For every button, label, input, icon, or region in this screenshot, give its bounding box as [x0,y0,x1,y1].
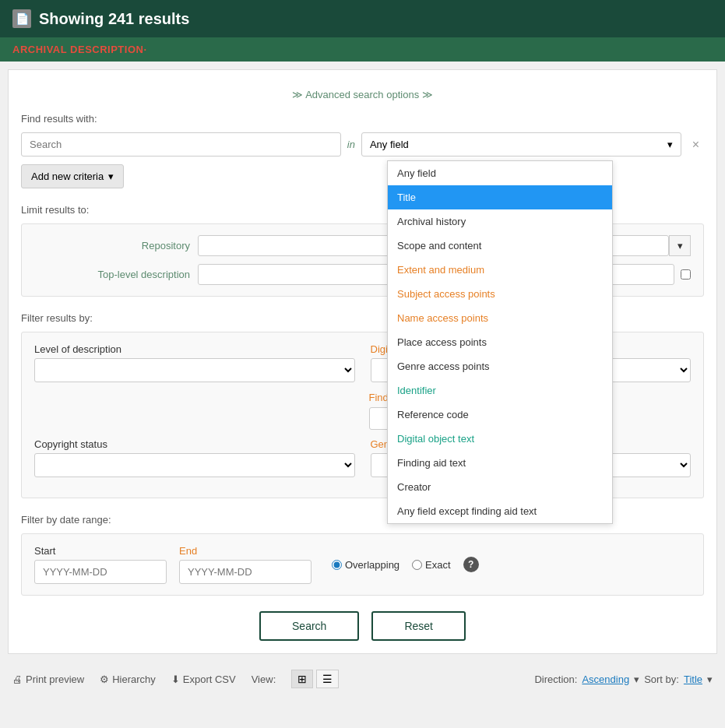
copyright-label: Copyright status [34,438,355,450]
view-label: View: [252,673,276,685]
copyright-col: Copyright status [34,438,355,477]
start-col: Start [34,545,167,584]
top-level-label: Top-level description [34,269,190,280]
start-date-input[interactable] [34,560,167,584]
date-type-radio-group: Overlapping Exact ? [332,557,479,572]
dropdown-item-subject-access[interactable]: Subject access points [388,282,612,306]
hierarchy-icon: ⚙ [100,673,109,685]
add-criteria-button[interactable]: Add new criteria ▾ [21,164,124,188]
end-label: End [179,545,311,557]
level-col: Level of description [34,343,355,382]
copyright-select[interactable] [34,453,355,477]
search-row: in Any field ▾ × Any field Title Archiva… [21,132,704,157]
add-criteria-chevron-icon: ▾ [108,171,114,182]
dropdown-item-archival-history[interactable]: Archival history [388,209,612,234]
export-csv-label: Export CSV [183,673,236,685]
exact-radio[interactable] [412,560,422,570]
date-grid: Start End Overlapping Exact [21,533,704,596]
document-icon: 📄 [12,9,31,28]
reset-button[interactable]: Reset [371,611,466,641]
print-preview-btn[interactable]: 🖨 Print preview [12,673,84,685]
direction-label: Direction: [534,673,577,685]
dropdown-item-finding-aid-text[interactable]: Finding aid text [388,451,612,475]
dropdown-item-reference-code[interactable]: Reference code [388,403,612,427]
list-view-button[interactable]: ☰ [316,670,339,688]
results-title: Showing 241 results [39,10,189,28]
action-row: Search Reset [21,611,704,641]
chevron-sort-icon: ▾ [707,673,713,685]
close-button[interactable]: × [688,135,704,155]
dropdown-item-title[interactable]: Title [388,185,612,209]
dropdown-item-genre-access[interactable]: Genre access points [388,354,612,378]
end-date-input[interactable] [179,560,311,584]
field-select-button[interactable]: Any field ▾ [361,132,681,157]
section-bar: ARCHIVAL DESCRIPTION· [0,37,725,62]
level-select[interactable] [34,358,355,382]
dropdown-item-digital-object-text[interactable]: Digital object text [388,427,612,451]
field-dropdown: Any field Title Archival history Scope a… [387,160,613,524]
dropdown-item-place-access[interactable]: Place access points [388,330,612,354]
field-select-label: Any field [370,139,409,150]
filter-text-col [34,392,357,431]
overlapping-radio[interactable] [332,560,342,570]
chevron-direction-icon: ▾ [634,673,639,685]
repository-label: Repository [34,240,190,251]
date-row: Start End Overlapping Exact [34,545,691,584]
overlapping-label: Overlapping [345,559,399,571]
export-icon: ⬇ [171,673,180,685]
in-label: in [347,139,355,150]
search-input[interactable] [21,132,341,157]
sort-bar: Direction: Ascending ▾ Sort by: Title ▾ [534,673,713,685]
grid-view-button[interactable]: ⊞ [291,670,313,688]
advanced-search-toggle[interactable]: ≫ Advanced search options ≫ [21,83,704,113]
dropdown-item-any-except-finding[interactable]: Any field except finding aid text [388,499,612,523]
repository-dropdown-btn[interactable]: ▾ [669,235,691,256]
view-toggle: ⊞ ☰ [291,670,339,688]
top-level-checkbox[interactable] [681,269,691,280]
overlapping-radio-label: Overlapping [332,559,399,571]
sort-value[interactable]: Title [684,673,702,685]
start-label: Start [34,545,167,557]
date-section: Filter by date range: Start End Overlapp… [21,514,704,596]
sort-by-label: Sort by: [644,673,679,685]
main-content: ≫ Advanced search options ≫ Find results… [8,69,717,654]
top-bar: 📄 Showing 241 results [0,0,725,37]
hierarchy-label: Hierarchy [112,673,156,685]
print-icon: 🖨 [12,673,23,685]
dropdown-item-extent-medium[interactable]: Extent and medium [388,258,612,282]
dropdown-item-name-access[interactable]: Name access points [388,306,612,330]
hierarchy-btn[interactable]: ⚙ Hierarchy [100,673,156,685]
direction-value[interactable]: Ascending [582,673,629,685]
find-results-label: Find results with: [21,113,704,125]
exact-radio-label: Exact [412,559,451,571]
chevron-down-icon: ▾ [667,139,673,150]
dropdown-item-identifier[interactable]: Identifier [388,378,612,403]
search-button[interactable]: Search [259,611,359,641]
section-label: ARCHIVAL DESCRIPTION [12,44,143,55]
export-csv-btn[interactable]: ⬇ Export CSV [171,673,236,685]
bottom-bar: 🖨 Print preview ⚙ Hierarchy ⬇ Export CSV… [0,662,725,696]
end-col: End [179,545,311,584]
exact-label: Exact [425,559,451,571]
level-label: Level of description [34,343,355,355]
dropdown-item-any-field[interactable]: Any field [388,161,612,185]
help-icon[interactable]: ? [463,557,479,572]
dropdown-item-creator[interactable]: Creator [388,475,612,499]
dropdown-item-scope-content[interactable]: Scope and content [388,234,612,258]
print-preview-label: Print preview [26,673,84,685]
add-criteria-label: Add new criteria [31,171,104,182]
